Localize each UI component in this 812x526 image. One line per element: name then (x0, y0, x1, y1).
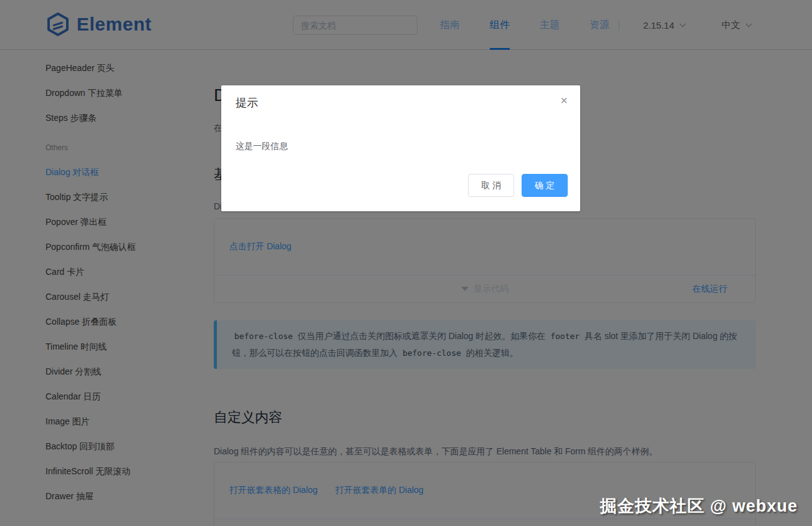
cancel-button[interactable]: 取 消 (468, 174, 514, 197)
close-icon[interactable]: × (560, 94, 568, 107)
dialog-title: 提示 (236, 95, 258, 110)
modal-mask[interactable] (0, 0, 812, 526)
watermark: 掘金技术社区 @ webxue (600, 495, 798, 517)
dialog-body-text: 这是一段信息 (236, 138, 288, 153)
dialog: 提示 × 这是一段信息 取 消 确 定 (221, 85, 580, 211)
page: Element 指南 组件 主题 资源 2.15.14 中文 PageHeade… (0, 0, 812, 526)
dialog-footer: 取 消 确 定 (468, 174, 568, 197)
confirm-button[interactable]: 确 定 (522, 174, 568, 197)
